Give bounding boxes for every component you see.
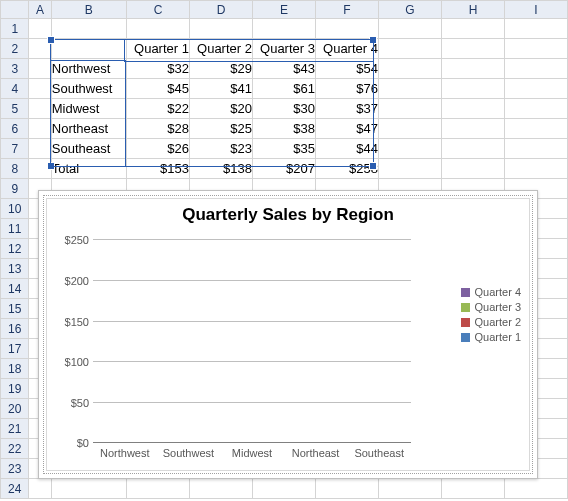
cell-E8[interactable]: $207 xyxy=(252,159,315,179)
ytick-250: $250 xyxy=(65,234,89,246)
legend-swatch xyxy=(461,303,470,312)
legend-item[interactable]: Quarter 4 xyxy=(461,286,521,298)
cell-C2[interactable]: Quarter 1 xyxy=(126,39,189,59)
cell-B5[interactable]: Midwest xyxy=(51,99,126,119)
row-header-14[interactable]: 14 xyxy=(1,279,29,299)
cell-E3[interactable]: $43 xyxy=(252,59,315,79)
row-header-23[interactable]: 23 xyxy=(1,459,29,479)
cell-D3[interactable]: $29 xyxy=(189,59,252,79)
row-header-19[interactable]: 19 xyxy=(1,379,29,399)
cell-C8[interactable]: $153 xyxy=(126,159,189,179)
row-header-18[interactable]: 18 xyxy=(1,359,29,379)
select-all-corner[interactable] xyxy=(1,1,29,19)
cell-B8[interactable]: Total xyxy=(51,159,126,179)
cell-E4[interactable]: $61 xyxy=(252,79,315,99)
cell-B6[interactable]: Northeast xyxy=(51,119,126,139)
cell-C3[interactable]: $32 xyxy=(126,59,189,79)
col-header-H[interactable]: H xyxy=(441,1,504,19)
chart-legend[interactable]: Quarter 4Quarter 3Quarter 2Quarter 1 xyxy=(461,283,521,346)
col-header-A[interactable]: A xyxy=(29,1,51,19)
xlabel: Midwest xyxy=(222,447,282,459)
legend-label: Quarter 2 xyxy=(475,316,521,328)
cell-D6[interactable]: $25 xyxy=(189,119,252,139)
xlabel: Northeast xyxy=(286,447,346,459)
cell-F8[interactable]: $258 xyxy=(315,159,378,179)
cell-D2[interactable]: Quarter 2 xyxy=(189,39,252,59)
row-header-2[interactable]: 2 xyxy=(1,39,29,59)
cell-E5[interactable]: $30 xyxy=(252,99,315,119)
row-header-21[interactable]: 21 xyxy=(1,419,29,439)
cell-F6[interactable]: $47 xyxy=(315,119,378,139)
cell-F2[interactable]: Quarter 4 xyxy=(315,39,378,59)
row-header-3[interactable]: 3 xyxy=(1,59,29,79)
legend-swatch xyxy=(461,333,470,342)
xlabel: Southwest xyxy=(158,447,218,459)
legend-swatch xyxy=(461,288,470,297)
legend-swatch xyxy=(461,318,470,327)
cell-C7[interactable]: $26 xyxy=(126,139,189,159)
cell-D5[interactable]: $20 xyxy=(189,99,252,119)
cell-B3[interactable]: Northwest xyxy=(51,59,126,79)
legend-item[interactable]: Quarter 2 xyxy=(461,316,521,328)
xlabel: Southeast xyxy=(349,447,409,459)
col-header-B[interactable]: B xyxy=(51,1,126,19)
spreadsheet-area: A B C D E F G H I 1 2 Quarter 1 Quarter … xyxy=(0,0,568,501)
cell-E6[interactable]: $38 xyxy=(252,119,315,139)
cell-B4[interactable]: Southwest xyxy=(51,79,126,99)
col-header-E[interactable]: E xyxy=(252,1,315,19)
chart-object[interactable]: Quarterly Sales by Region $250 $200 $150… xyxy=(38,190,538,479)
ytick-0: $0 xyxy=(77,437,89,449)
row-header-24[interactable]: 24 xyxy=(1,479,29,499)
cell-D7[interactable]: $23 xyxy=(189,139,252,159)
row-header-10[interactable]: 10 xyxy=(1,199,29,219)
cell-D4[interactable]: $41 xyxy=(189,79,252,99)
chart-plotframe: Quarterly Sales by Region $250 $200 $150… xyxy=(46,198,530,471)
cell-C6[interactable]: $28 xyxy=(126,119,189,139)
ytick-150: $150 xyxy=(65,316,89,328)
row-header-20[interactable]: 20 xyxy=(1,399,29,419)
row-header-15[interactable]: 15 xyxy=(1,299,29,319)
row-header-16[interactable]: 16 xyxy=(1,319,29,339)
row-header-11[interactable]: 11 xyxy=(1,219,29,239)
row-header-13[interactable]: 13 xyxy=(1,259,29,279)
legend-label: Quarter 4 xyxy=(475,286,521,298)
col-header-F[interactable]: F xyxy=(315,1,378,19)
legend-label: Quarter 1 xyxy=(475,331,521,343)
col-header-I[interactable]: I xyxy=(504,1,567,19)
row-header-5[interactable]: 5 xyxy=(1,99,29,119)
ytick-50: $50 xyxy=(71,397,89,409)
row-header-6[interactable]: 6 xyxy=(1,119,29,139)
cell-F4[interactable]: $76 xyxy=(315,79,378,99)
row-header-17[interactable]: 17 xyxy=(1,339,29,359)
cell-B7[interactable]: Southeast xyxy=(51,139,126,159)
cell-D8[interactable]: $138 xyxy=(189,159,252,179)
col-header-D[interactable]: D xyxy=(189,1,252,19)
legend-item[interactable]: Quarter 1 xyxy=(461,331,521,343)
ytick-200: $200 xyxy=(65,275,89,287)
col-header-G[interactable]: G xyxy=(378,1,441,19)
row-header-22[interactable]: 22 xyxy=(1,439,29,459)
row-header-12[interactable]: 12 xyxy=(1,239,29,259)
row-header-1[interactable]: 1 xyxy=(1,19,29,39)
ytick-100: $100 xyxy=(65,356,89,368)
cell-E7[interactable]: $35 xyxy=(252,139,315,159)
col-header-C[interactable]: C xyxy=(126,1,189,19)
cell-E2[interactable]: Quarter 3 xyxy=(252,39,315,59)
chart-title[interactable]: Quarterly Sales by Region xyxy=(47,199,529,227)
legend-item[interactable]: Quarter 3 xyxy=(461,301,521,313)
cell-C4[interactable]: $45 xyxy=(126,79,189,99)
xlabel: Northwest xyxy=(95,447,155,459)
chart-plot-area[interactable]: $250 $200 $150 $100 $50 $0 NorthwestSout… xyxy=(93,239,411,443)
cell-C5[interactable]: $22 xyxy=(126,99,189,119)
cell-F3[interactable]: $54 xyxy=(315,59,378,79)
row-header-8[interactable]: 8 xyxy=(1,159,29,179)
cell-F5[interactable]: $37 xyxy=(315,99,378,119)
row-header-9[interactable]: 9 xyxy=(1,179,29,199)
legend-label: Quarter 3 xyxy=(475,301,521,313)
row-header-4[interactable]: 4 xyxy=(1,79,29,99)
cell-F7[interactable]: $44 xyxy=(315,139,378,159)
row-header-7[interactable]: 7 xyxy=(1,139,29,159)
